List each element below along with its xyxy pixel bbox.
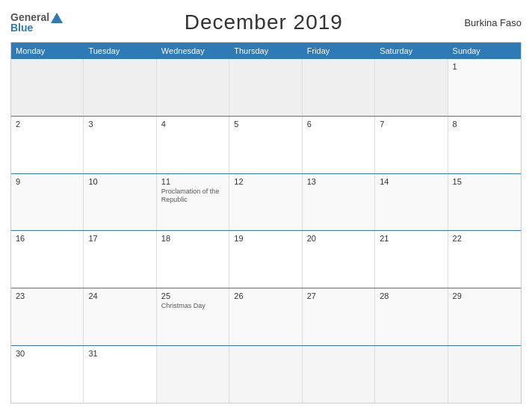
cell-number: 21 [380, 234, 442, 243]
calendar-cell[interactable] [157, 59, 229, 116]
cell-number: 13 [307, 177, 370, 186]
calendar-cell[interactable]: 31 [84, 346, 156, 403]
cell-number: 28 [380, 291, 442, 300]
calendar-cell[interactable] [157, 346, 229, 403]
calendar-cell[interactable]: 21 [375, 231, 448, 288]
cell-number: 29 [453, 291, 516, 300]
country-label: Burkina Faso [464, 17, 522, 28]
calendar-cell[interactable]: 23 [11, 288, 84, 345]
calendar-cell[interactable]: 15 [448, 174, 521, 231]
calendar-cell[interactable]: 17 [84, 231, 156, 288]
cell-number: 1 [453, 62, 516, 71]
week-row-3: 91011Proclamation of the Republic1213141… [11, 173, 521, 231]
calendar-cell[interactable]: 19 [229, 231, 302, 288]
calendar-cell[interactable]: 6 [303, 117, 375, 173]
calendar-cell[interactable] [303, 59, 375, 116]
cell-number: 27 [307, 291, 370, 300]
calendar-cell[interactable]: 13 [303, 174, 375, 231]
cell-number: 7 [380, 120, 442, 129]
week-row-5: 232425Christmas Day26272829 [11, 288, 521, 345]
cell-number: 23 [16, 291, 78, 300]
calendar-cell[interactable]: 11Proclamation of the Republic [157, 174, 229, 231]
logo-blue-text: Blue [10, 22, 33, 34]
cell-number: 19 [234, 234, 297, 243]
cell-number: 25 [161, 291, 224, 300]
calendar-cell[interactable] [448, 346, 521, 403]
cell-number: 12 [234, 177, 297, 186]
cell-number: 31 [88, 349, 151, 358]
cell-number: 9 [16, 177, 78, 186]
cell-number: 16 [16, 234, 78, 243]
calendar-cell[interactable]: 7 [375, 117, 448, 173]
cell-number: 8 [453, 120, 516, 129]
calendar-cell[interactable]: 26 [229, 288, 302, 345]
cell-number: 24 [88, 291, 151, 300]
day-header-sunday: Sunday [448, 43, 521, 59]
cell-number: 20 [307, 234, 370, 243]
cell-number: 22 [453, 234, 516, 243]
calendar-cell[interactable]: 27 [303, 288, 375, 345]
calendar-cell[interactable]: 1 [448, 59, 521, 116]
cell-event: Proclamation of the Republic [161, 188, 224, 205]
calendar-cell[interactable]: 16 [11, 231, 84, 288]
calendar-cell[interactable] [229, 346, 302, 403]
calendar-cell[interactable]: 25Christmas Day [157, 288, 229, 345]
week-row-4: 16171819202122 [11, 230, 521, 288]
calendar-cell[interactable] [375, 59, 448, 116]
calendar-cell[interactable]: 28 [375, 288, 448, 345]
cell-number: 30 [16, 349, 78, 358]
calendar-cell[interactable] [303, 346, 375, 403]
header: General Blue December 2019 Burkina Faso [10, 10, 522, 34]
cell-number: 2 [16, 120, 78, 129]
calendar-cell[interactable]: 20 [303, 231, 375, 288]
calendar-cell[interactable]: 12 [229, 174, 302, 231]
calendar-cell[interactable]: 22 [448, 231, 521, 288]
calendar-cell[interactable]: 4 [157, 117, 229, 173]
day-header-friday: Friday [303, 43, 375, 59]
day-header-wednesday: Wednesday [157, 43, 229, 59]
calendar-cell[interactable]: 10 [84, 174, 156, 231]
cell-number: 14 [380, 177, 442, 186]
cell-number: 6 [307, 120, 370, 129]
calendar-cell[interactable]: 29 [448, 288, 521, 345]
week-row-2: 2345678 [11, 116, 521, 173]
cell-number: 26 [234, 291, 297, 300]
weeks-container: 1234567891011Proclamation of the Republi… [11, 59, 521, 403]
day-headers: Monday Tuesday Wednesday Thursday Friday… [11, 43, 521, 59]
calendar-cell[interactable] [84, 59, 156, 116]
day-header-monday: Monday [11, 43, 84, 59]
logo: General Blue [10, 11, 63, 34]
calendar-cell[interactable] [229, 59, 302, 116]
cell-number: 5 [234, 120, 297, 129]
cell-number: 4 [161, 120, 224, 129]
calendar-cell[interactable]: 24 [84, 288, 156, 345]
week-row-1: 1 [11, 59, 521, 116]
calendar-cell[interactable]: 9 [11, 174, 84, 231]
cell-number: 10 [88, 177, 151, 186]
calendar-cell[interactable]: 3 [84, 117, 156, 173]
calendar-cell[interactable] [11, 59, 84, 116]
calendar-grid: Monday Tuesday Wednesday Thursday Friday… [10, 42, 522, 404]
calendar-cell[interactable]: 18 [157, 231, 229, 288]
day-header-tuesday: Tuesday [84, 43, 156, 59]
calendar-cell[interactable]: 14 [375, 174, 448, 231]
calendar-cell[interactable]: 2 [11, 117, 84, 173]
logo-triangle-icon [51, 13, 63, 23]
week-row-6: 3031 [11, 345, 521, 403]
day-header-saturday: Saturday [375, 43, 448, 59]
calendar-cell[interactable]: 30 [11, 346, 84, 403]
cell-number: 3 [88, 120, 151, 129]
cell-number: 11 [161, 177, 224, 186]
cell-event: Christmas Day [161, 302, 224, 311]
cell-number: 18 [161, 234, 224, 243]
calendar-cell[interactable]: 8 [448, 117, 521, 173]
calendar-page: General Blue December 2019 Burkina Faso … [0, 0, 532, 411]
calendar-cell[interactable]: 5 [229, 117, 302, 173]
cell-number: 17 [88, 234, 151, 243]
month-title: December 2019 [185, 10, 343, 34]
cell-number: 15 [453, 177, 516, 186]
calendar-cell[interactable] [375, 346, 448, 403]
day-header-thursday: Thursday [229, 43, 302, 59]
